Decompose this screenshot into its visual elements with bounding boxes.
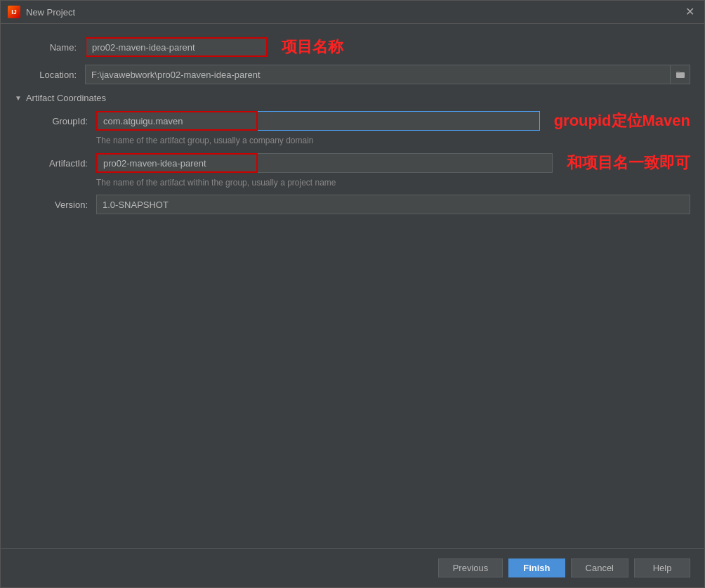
browse-folder-button[interactable] bbox=[671, 65, 690, 84]
svg-rect-1 bbox=[676, 72, 680, 73]
artifactid-row: ArtifactId: 和项目名一致即可 bbox=[26, 152, 690, 174]
groupid-row: GroupId: groupid定位Maven bbox=[26, 110, 690, 131]
version-row: Version: bbox=[26, 195, 690, 214]
artifact-fields: GroupId: groupid定位Maven The name of the … bbox=[26, 110, 690, 221]
artifactid-full-input[interactable] bbox=[258, 153, 553, 173]
groupid-label: GroupId: bbox=[26, 116, 96, 126]
new-project-dialog: IJ New Project ✕ Name: 项目名称 Location: bbox=[0, 0, 705, 588]
close-button[interactable]: ✕ bbox=[683, 5, 697, 19]
name-annotation: 项目名称 bbox=[282, 37, 343, 58]
version-label: Version: bbox=[26, 200, 96, 210]
title-bar: IJ New Project ✕ bbox=[1, 1, 704, 24]
groupid-full-input[interactable] bbox=[258, 111, 540, 131]
groupid-annotation: groupid定位Maven bbox=[554, 110, 690, 131]
location-label: Location: bbox=[15, 70, 85, 80]
title-bar-left: IJ New Project bbox=[8, 6, 75, 18]
dialog-title: New Project bbox=[26, 7, 75, 18]
help-button[interactable]: Help bbox=[634, 558, 690, 577]
artifact-section-header: ▼ Artifact Coordinates bbox=[15, 93, 690, 103]
groupid-input[interactable] bbox=[96, 111, 258, 131]
artifactid-input[interactable] bbox=[96, 153, 258, 173]
location-input[interactable] bbox=[85, 65, 671, 84]
version-input[interactable] bbox=[96, 195, 690, 214]
finish-button[interactable]: Finish bbox=[508, 558, 565, 577]
collapse-arrow-icon[interactable]: ▼ bbox=[15, 94, 22, 102]
cancel-button[interactable]: Cancel bbox=[571, 558, 628, 577]
dialog-content: Name: 项目名称 Location: ▼ Artifact Coordina… bbox=[1, 24, 704, 548]
artifactid-hint: The name of the artifact within the grou… bbox=[96, 178, 690, 188]
artifactid-label: ArtifactId: bbox=[26, 158, 96, 169]
app-icon: IJ bbox=[8, 6, 20, 18]
previous-button[interactable]: Previous bbox=[438, 558, 503, 577]
name-row: Name: 项目名称 bbox=[15, 37, 690, 58]
name-label: Name: bbox=[15, 42, 85, 53]
svg-rect-0 bbox=[676, 72, 685, 78]
dialog-footer: Previous Finish Cancel Help bbox=[1, 548, 704, 587]
name-input[interactable] bbox=[85, 37, 268, 57]
artifact-section-label: Artifact Coordinates bbox=[26, 93, 106, 103]
location-row: Location: bbox=[15, 65, 690, 84]
artifactid-annotation: 和项目名一致即可 bbox=[567, 152, 690, 174]
groupid-hint: The name of the artifact group, usually … bbox=[96, 136, 690, 145]
